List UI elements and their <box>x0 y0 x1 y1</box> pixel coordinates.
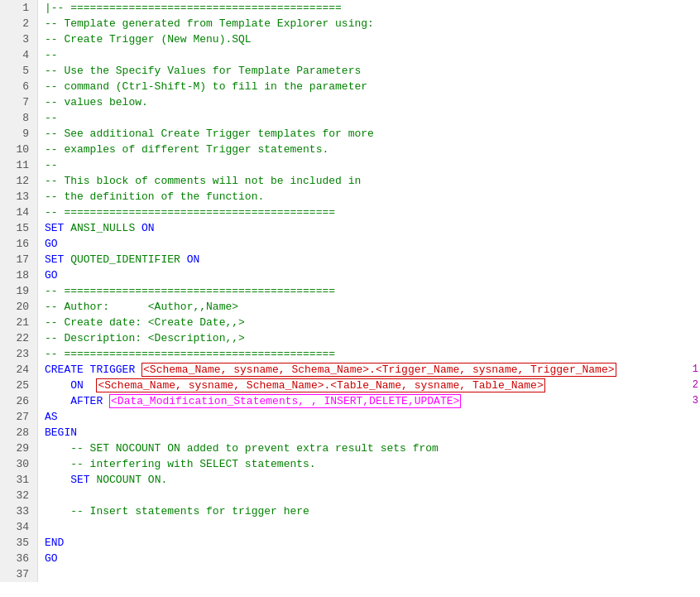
line-number-9: 9 <box>0 126 38 142</box>
code-editor[interactable]: 1 |-- ==================================… <box>0 0 700 597</box>
line-content-6: -- command (Ctrl-Shift-M) to fill in the… <box>38 79 367 94</box>
line-number-2: 2 <box>0 16 38 31</box>
line-number-13: 13 <box>0 189 38 205</box>
line-content-18: GO <box>38 267 58 283</box>
line-number-27: 27 <box>0 409 38 425</box>
line-number-34: 34 <box>0 519 38 535</box>
line-content-33: -- Insert statements for trigger here <box>38 503 309 519</box>
line-33: 33 -- Insert statements for trigger here <box>0 503 700 519</box>
line-number-20: 20 <box>0 299 38 315</box>
line-24: 24 CREATE TRIGGER <Schema_Name, sysname,… <box>0 362 700 378</box>
line-28: 28 BEGIN <box>0 425 700 441</box>
line-10: 10 -- examples of different Trigger stat… <box>0 142 700 157</box>
line-content-3: -- Create Trigger (New Menu).SQL <box>38 31 252 47</box>
line-content-12: -- This block of comments will not be in… <box>38 173 361 189</box>
line-number-23: 23 <box>0 346 38 362</box>
line-number-30: 30 <box>0 456 38 472</box>
line-8: 8 -- <box>0 110 700 126</box>
line-content-28: BEGIN <box>38 425 77 441</box>
line-content-30: -- interfering with SELECT statements. <box>38 456 316 472</box>
line-content-34 <box>38 519 51 535</box>
line-13: 13 -- the definition of the function. <box>0 189 700 205</box>
line-content-23: -- =====================================… <box>38 346 335 362</box>
line-content-11: -- <box>38 157 58 173</box>
line-number-11: 11 <box>0 157 38 173</box>
line-content-22: -- Description: <Description,,> <box>38 330 245 346</box>
line-number-26: 26 <box>0 393 38 409</box>
line-content-2: -- Template generated from Template Expl… <box>38 16 374 31</box>
line-number-15: 15 <box>0 220 38 236</box>
line-29: 29 -- SET NOCOUNT ON added to prevent ex… <box>0 441 700 456</box>
line-content-27: AS <box>38 409 58 425</box>
line-number-6: 6 <box>0 79 38 94</box>
line-16: 16 GO <box>0 236 700 252</box>
line-number-21: 21 <box>0 315 38 330</box>
line-25: 25 ON <Schema_Name, sysname, Schema_Name… <box>0 378 700 393</box>
line-3: 3 -- Create Trigger (New Menu).SQL <box>0 31 700 47</box>
line-content-17: SET QUOTED_IDENTIFIER ON <box>38 252 199 267</box>
line-content-9: -- See additional Create Trigger templat… <box>38 126 374 142</box>
line-30: 30 -- interfering with SELECT statements… <box>0 456 700 472</box>
line-number-24: 24 <box>0 362 38 378</box>
line-11: 11 -- <box>0 157 700 173</box>
line-content-10: -- examples of different Trigger stateme… <box>38 142 328 157</box>
line-content-14: -- =====================================… <box>38 205 335 220</box>
line-content-19: -- =====================================… <box>38 283 335 299</box>
line-number-3: 3 <box>0 31 38 47</box>
line-content-8: -- <box>38 110 58 126</box>
line-content-35: END <box>38 535 64 551</box>
line-4: 4 -- <box>0 47 700 63</box>
line-number-14: 14 <box>0 205 38 220</box>
line-21: 21 -- Create date: <Create Date,,> <box>0 315 700 330</box>
line-27: 27 AS <box>0 409 700 425</box>
line-34: 34 <box>0 519 700 535</box>
line-number-25: 25 <box>0 378 38 393</box>
line-31: 31 SET NOCOUNT ON. <box>0 472 700 488</box>
line-content-21: -- Create date: <Create Date,,> <box>38 315 245 330</box>
line-2: 2 -- Template generated from Template Ex… <box>0 16 700 31</box>
line-12: 12 -- This block of comments will not be… <box>0 173 700 189</box>
line-content-20: -- Author: <Author,,Name> <box>38 299 238 315</box>
line-20: 20 -- Author: <Author,,Name> <box>0 299 700 315</box>
line-content-7: -- values below. <box>38 94 148 110</box>
line-number-5: 5 <box>0 63 38 79</box>
line-content-32 <box>38 488 51 503</box>
line-content-36: GO <box>38 551 58 566</box>
line-number-10: 10 <box>0 142 38 157</box>
line-content-25: ON <Schema_Name, sysname, Schema_Name>.<… <box>38 378 545 393</box>
line-18: 18 GO <box>0 267 700 283</box>
line-number-31: 31 <box>0 472 38 488</box>
line-number-4: 4 <box>0 47 38 63</box>
line-26: 26 AFTER <Data_Modification_Statements, … <box>0 393 700 409</box>
line-number-12: 12 <box>0 173 38 189</box>
line-content-13: -- the definition of the function. <box>38 189 264 205</box>
line-1: 1 |-- ==================================… <box>0 0 700 16</box>
line-19: 19 -- ==================================… <box>0 283 700 299</box>
line-content-29: -- SET NOCOUNT ON added to prevent extra… <box>38 441 439 456</box>
line-9: 9 -- See additional Create Trigger templ… <box>0 126 700 142</box>
line-7: 7 -- values below. <box>0 94 700 110</box>
line-number-22: 22 <box>0 330 38 346</box>
line-number-1: 1 <box>0 0 38 16</box>
line-32: 32 <box>0 488 700 503</box>
line-number-7: 7 <box>0 94 38 110</box>
line-number-18: 18 <box>0 267 38 283</box>
line-number-37: 37 <box>0 566 38 582</box>
line-content-15: SET ANSI_NULLS ON <box>38 220 155 236</box>
line-content-1: |-- ====================================… <box>38 0 342 16</box>
line-content-26: AFTER <Data_Modification_Statements, , I… <box>38 393 461 409</box>
line-6: 6 -- command (Ctrl-Shift-M) to fill in t… <box>0 79 700 94</box>
line-23: 23 -- ==================================… <box>0 346 700 362</box>
line-number-36: 36 <box>0 551 38 566</box>
line-number-8: 8 <box>0 110 38 126</box>
line-number-19: 19 <box>0 283 38 299</box>
line-number-17: 17 <box>0 252 38 267</box>
line-14: 14 -- ==================================… <box>0 205 700 220</box>
line-number-16: 16 <box>0 236 38 252</box>
line-15: 15 SET ANSI_NULLS ON <box>0 220 700 236</box>
code-lines: 1 |-- ==================================… <box>0 0 700 582</box>
line-content-31: SET NOCOUNT ON. <box>38 472 167 488</box>
line-number-35: 35 <box>0 535 38 551</box>
line-content-4: -- <box>38 47 58 63</box>
line-content-37 <box>38 566 51 582</box>
